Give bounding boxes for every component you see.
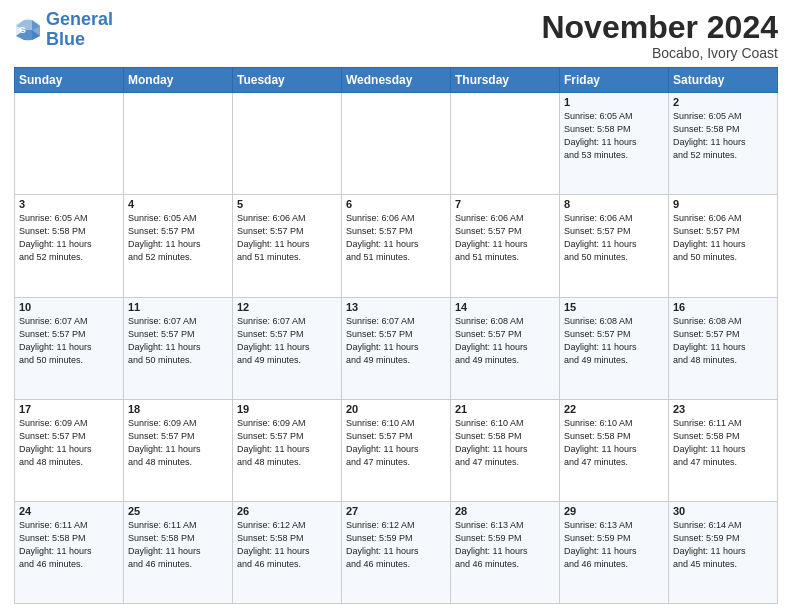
week-row-3: 10Sunrise: 6:07 AM Sunset: 5:57 PM Dayli… bbox=[15, 297, 778, 399]
calendar-cell-w4-d2: 18Sunrise: 6:09 AM Sunset: 5:57 PM Dayli… bbox=[124, 399, 233, 501]
calendar-cell-w1-d2 bbox=[124, 93, 233, 195]
day-info: Sunrise: 6:06 AM Sunset: 5:57 PM Dayligh… bbox=[346, 212, 446, 264]
week-row-2: 3Sunrise: 6:05 AM Sunset: 5:58 PM Daylig… bbox=[15, 195, 778, 297]
day-number: 6 bbox=[346, 198, 446, 210]
day-number: 1 bbox=[564, 96, 664, 108]
logo-line1: General bbox=[46, 9, 113, 29]
week-row-5: 24Sunrise: 6:11 AM Sunset: 5:58 PM Dayli… bbox=[15, 501, 778, 603]
col-thursday: Thursday bbox=[451, 68, 560, 93]
day-info: Sunrise: 6:07 AM Sunset: 5:57 PM Dayligh… bbox=[128, 315, 228, 367]
day-number: 17 bbox=[19, 403, 119, 415]
day-info: Sunrise: 6:10 AM Sunset: 5:58 PM Dayligh… bbox=[455, 417, 555, 469]
calendar-cell-w3-d1: 10Sunrise: 6:07 AM Sunset: 5:57 PM Dayli… bbox=[15, 297, 124, 399]
calendar-cell-w3-d6: 15Sunrise: 6:08 AM Sunset: 5:57 PM Dayli… bbox=[560, 297, 669, 399]
day-info: Sunrise: 6:07 AM Sunset: 5:57 PM Dayligh… bbox=[19, 315, 119, 367]
day-number: 11 bbox=[128, 301, 228, 313]
day-info: Sunrise: 6:13 AM Sunset: 5:59 PM Dayligh… bbox=[564, 519, 664, 571]
col-friday: Friday bbox=[560, 68, 669, 93]
day-info: Sunrise: 6:07 AM Sunset: 5:57 PM Dayligh… bbox=[346, 315, 446, 367]
calendar-cell-w2-d2: 4Sunrise: 6:05 AM Sunset: 5:57 PM Daylig… bbox=[124, 195, 233, 297]
day-info: Sunrise: 6:09 AM Sunset: 5:57 PM Dayligh… bbox=[128, 417, 228, 469]
calendar-cell-w4-d5: 21Sunrise: 6:10 AM Sunset: 5:58 PM Dayli… bbox=[451, 399, 560, 501]
day-number: 15 bbox=[564, 301, 664, 313]
day-number: 19 bbox=[237, 403, 337, 415]
calendar-cell-w1-d4 bbox=[342, 93, 451, 195]
day-number: 8 bbox=[564, 198, 664, 210]
day-info: Sunrise: 6:13 AM Sunset: 5:59 PM Dayligh… bbox=[455, 519, 555, 571]
day-number: 14 bbox=[455, 301, 555, 313]
logo-text: General Blue bbox=[46, 10, 113, 50]
logo-line2: Blue bbox=[46, 29, 85, 49]
day-info: Sunrise: 6:12 AM Sunset: 5:58 PM Dayligh… bbox=[237, 519, 337, 571]
day-number: 16 bbox=[673, 301, 773, 313]
calendar-cell-w3-d4: 13Sunrise: 6:07 AM Sunset: 5:57 PM Dayli… bbox=[342, 297, 451, 399]
calendar-body: 1Sunrise: 6:05 AM Sunset: 5:58 PM Daylig… bbox=[15, 93, 778, 604]
day-number: 29 bbox=[564, 505, 664, 517]
svg-text:G: G bbox=[19, 25, 26, 35]
day-number: 7 bbox=[455, 198, 555, 210]
month-title: November 2024 bbox=[541, 10, 778, 45]
week-row-1: 1Sunrise: 6:05 AM Sunset: 5:58 PM Daylig… bbox=[15, 93, 778, 195]
day-number: 27 bbox=[346, 505, 446, 517]
day-info: Sunrise: 6:06 AM Sunset: 5:57 PM Dayligh… bbox=[455, 212, 555, 264]
day-info: Sunrise: 6:09 AM Sunset: 5:57 PM Dayligh… bbox=[237, 417, 337, 469]
calendar-cell-w1-d7: 2Sunrise: 6:05 AM Sunset: 5:58 PM Daylig… bbox=[669, 93, 778, 195]
calendar-header: Sunday Monday Tuesday Wednesday Thursday… bbox=[15, 68, 778, 93]
day-info: Sunrise: 6:05 AM Sunset: 5:58 PM Dayligh… bbox=[564, 110, 664, 162]
calendar-cell-w5-d6: 29Sunrise: 6:13 AM Sunset: 5:59 PM Dayli… bbox=[560, 501, 669, 603]
day-number: 21 bbox=[455, 403, 555, 415]
day-info: Sunrise: 6:08 AM Sunset: 5:57 PM Dayligh… bbox=[564, 315, 664, 367]
day-number: 23 bbox=[673, 403, 773, 415]
location: Bocabo, Ivory Coast bbox=[541, 45, 778, 61]
calendar-cell-w2-d1: 3Sunrise: 6:05 AM Sunset: 5:58 PM Daylig… bbox=[15, 195, 124, 297]
day-number: 5 bbox=[237, 198, 337, 210]
calendar-cell-w4-d4: 20Sunrise: 6:10 AM Sunset: 5:57 PM Dayli… bbox=[342, 399, 451, 501]
day-info: Sunrise: 6:08 AM Sunset: 5:57 PM Dayligh… bbox=[673, 315, 773, 367]
calendar-cell-w3-d2: 11Sunrise: 6:07 AM Sunset: 5:57 PM Dayli… bbox=[124, 297, 233, 399]
col-monday: Monday bbox=[124, 68, 233, 93]
day-number: 9 bbox=[673, 198, 773, 210]
calendar-cell-w2-d3: 5Sunrise: 6:06 AM Sunset: 5:57 PM Daylig… bbox=[233, 195, 342, 297]
page: G General Blue November 2024 Bocabo, Ivo… bbox=[0, 0, 792, 612]
header: G General Blue November 2024 Bocabo, Ivo… bbox=[14, 10, 778, 61]
day-number: 12 bbox=[237, 301, 337, 313]
day-number: 4 bbox=[128, 198, 228, 210]
calendar-cell-w5-d2: 25Sunrise: 6:11 AM Sunset: 5:58 PM Dayli… bbox=[124, 501, 233, 603]
day-info: Sunrise: 6:11 AM Sunset: 5:58 PM Dayligh… bbox=[673, 417, 773, 469]
calendar-cell-w3-d5: 14Sunrise: 6:08 AM Sunset: 5:57 PM Dayli… bbox=[451, 297, 560, 399]
day-info: Sunrise: 6:06 AM Sunset: 5:57 PM Dayligh… bbox=[237, 212, 337, 264]
day-number: 20 bbox=[346, 403, 446, 415]
day-info: Sunrise: 6:09 AM Sunset: 5:57 PM Dayligh… bbox=[19, 417, 119, 469]
day-info: Sunrise: 6:10 AM Sunset: 5:58 PM Dayligh… bbox=[564, 417, 664, 469]
day-number: 26 bbox=[237, 505, 337, 517]
day-info: Sunrise: 6:14 AM Sunset: 5:59 PM Dayligh… bbox=[673, 519, 773, 571]
calendar-cell-w2-d5: 7Sunrise: 6:06 AM Sunset: 5:57 PM Daylig… bbox=[451, 195, 560, 297]
day-info: Sunrise: 6:11 AM Sunset: 5:58 PM Dayligh… bbox=[128, 519, 228, 571]
day-info: Sunrise: 6:10 AM Sunset: 5:57 PM Dayligh… bbox=[346, 417, 446, 469]
logo-icon: G bbox=[14, 16, 42, 44]
calendar-cell-w5-d1: 24Sunrise: 6:11 AM Sunset: 5:58 PM Dayli… bbox=[15, 501, 124, 603]
day-info: Sunrise: 6:05 AM Sunset: 5:58 PM Dayligh… bbox=[19, 212, 119, 264]
day-info: Sunrise: 6:06 AM Sunset: 5:57 PM Dayligh… bbox=[673, 212, 773, 264]
title-block: November 2024 Bocabo, Ivory Coast bbox=[541, 10, 778, 61]
day-info: Sunrise: 6:07 AM Sunset: 5:57 PM Dayligh… bbox=[237, 315, 337, 367]
day-info: Sunrise: 6:11 AM Sunset: 5:58 PM Dayligh… bbox=[19, 519, 119, 571]
calendar-cell-w5-d7: 30Sunrise: 6:14 AM Sunset: 5:59 PM Dayli… bbox=[669, 501, 778, 603]
calendar-cell-w1-d3 bbox=[233, 93, 342, 195]
day-number: 28 bbox=[455, 505, 555, 517]
calendar-cell-w5-d4: 27Sunrise: 6:12 AM Sunset: 5:59 PM Dayli… bbox=[342, 501, 451, 603]
col-saturday: Saturday bbox=[669, 68, 778, 93]
day-info: Sunrise: 6:08 AM Sunset: 5:57 PM Dayligh… bbox=[455, 315, 555, 367]
col-tuesday: Tuesday bbox=[233, 68, 342, 93]
day-number: 18 bbox=[128, 403, 228, 415]
day-number: 13 bbox=[346, 301, 446, 313]
calendar-cell-w4-d3: 19Sunrise: 6:09 AM Sunset: 5:57 PM Dayli… bbox=[233, 399, 342, 501]
calendar-cell-w1-d1 bbox=[15, 93, 124, 195]
header-row: Sunday Monday Tuesday Wednesday Thursday… bbox=[15, 68, 778, 93]
calendar-cell-w3-d3: 12Sunrise: 6:07 AM Sunset: 5:57 PM Dayli… bbox=[233, 297, 342, 399]
week-row-4: 17Sunrise: 6:09 AM Sunset: 5:57 PM Dayli… bbox=[15, 399, 778, 501]
calendar-cell-w2-d6: 8Sunrise: 6:06 AM Sunset: 5:57 PM Daylig… bbox=[560, 195, 669, 297]
day-number: 3 bbox=[19, 198, 119, 210]
col-wednesday: Wednesday bbox=[342, 68, 451, 93]
day-info: Sunrise: 6:06 AM Sunset: 5:57 PM Dayligh… bbox=[564, 212, 664, 264]
